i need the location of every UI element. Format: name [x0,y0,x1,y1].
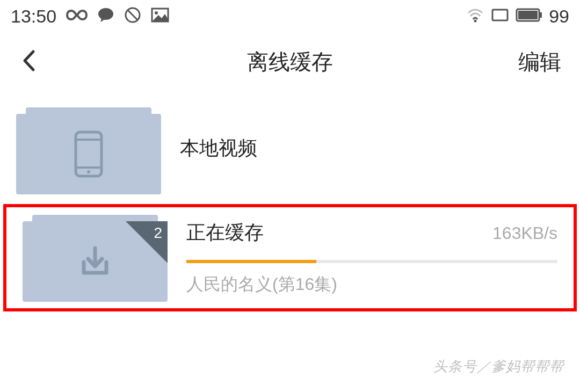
progress-bar [186,260,557,263]
edit-button[interactable]: 编辑 [518,47,561,77]
battery-percent: 99 [549,6,569,27]
caching-subtitle: 人民的名义(第16集) [186,273,557,296]
battery-icon [516,8,542,24]
status-time: 13:50 [11,6,56,27]
progress-fill [186,260,316,263]
local-video-title: 本地视频 [180,135,564,162]
folder-icon [16,107,161,193]
back-button[interactable] [21,49,35,74]
phone-icon [74,130,104,178]
chat-icon [97,8,114,25]
svg-point-13 [87,170,90,173]
svg-line-2 [128,10,137,20]
caching-item[interactable]: 2 正在缓存 163KB/s 人民的名义(第16集) [6,209,574,306]
status-right: 99 [466,6,569,27]
no-disturb-icon [124,6,141,26]
content-list: 本地视频 2 正在缓存 163KB/s [0,91,580,311]
nav-bar: 离线缓存 编辑 [0,32,580,91]
caching-title: 正在缓存 [186,220,264,246]
download-icon [76,243,114,280]
chevron-left-icon [21,49,35,72]
svg-point-0 [98,8,113,20]
page-title: 离线缓存 [16,47,564,77]
download-speed: 163KB/s [492,223,557,243]
wifi-icon [466,8,484,25]
svg-rect-8 [518,11,538,19]
status-left: 13:50 [11,6,169,27]
status-bar: 13:50 99 [0,0,580,32]
svg-rect-9 [540,12,542,18]
rotation-icon [491,8,509,24]
highlight-box: 2 正在缓存 163KB/s 人民的名义(第16集) [3,204,577,311]
folder-icon: 2 [23,215,168,301]
infinity-icon [66,8,88,25]
local-video-item[interactable]: 本地视频 [0,102,580,199]
watermark: 头条号／爹妈帮帮帮 [433,357,564,376]
item-text: 本地视频 [180,135,564,166]
svg-rect-6 [492,10,508,20]
badge-count: 2 [154,224,162,242]
svg-point-4 [155,11,158,14]
item-text: 正在缓存 163KB/s 人民的名义(第16集) [186,220,557,296]
image-icon [151,8,169,25]
svg-point-5 [474,20,477,23]
